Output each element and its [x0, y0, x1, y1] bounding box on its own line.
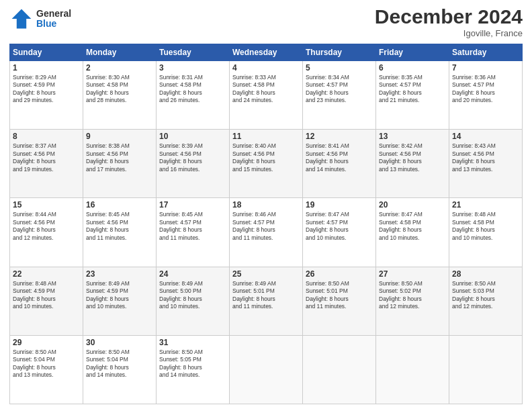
- day-header-friday: Friday: [376, 44, 449, 61]
- day-header-monday: Monday: [83, 44, 157, 61]
- calendar-cell: 3Sunrise: 8:31 AMSunset: 4:58 PMDaylight…: [157, 61, 230, 130]
- day-number: 16: [86, 200, 153, 210]
- cell-text: Sunrise: 8:44 AMSunset: 4:56 PMDaylight:…: [13, 211, 80, 242]
- calendar-cell: 5Sunrise: 8:34 AMSunset: 4:57 PMDaylight…: [303, 61, 376, 130]
- week-row-4: 22Sunrise: 8:48 AMSunset: 4:59 PMDayligh…: [10, 267, 523, 335]
- day-number: 22: [13, 269, 80, 279]
- day-number: 7: [452, 63, 519, 73]
- week-row-2: 8Sunrise: 8:37 AMSunset: 4:56 PMDaylight…: [10, 130, 523, 198]
- week-row-3: 15Sunrise: 8:44 AMSunset: 4:56 PMDayligh…: [10, 198, 523, 267]
- day-header-wednesday: Wednesday: [230, 44, 303, 61]
- cell-text: Sunrise: 8:29 AMSunset: 4:59 PMDaylight:…: [13, 74, 80, 105]
- day-header-saturday: Saturday: [449, 44, 523, 61]
- day-number: 23: [86, 269, 153, 279]
- cell-text: Sunrise: 8:49 AMSunset: 5:01 PMDaylight:…: [232, 280, 300, 311]
- day-number: 30: [86, 338, 153, 347]
- day-number: 6: [379, 63, 446, 73]
- cell-text: Sunrise: 8:50 AMSunset: 5:05 PMDaylight:…: [159, 349, 226, 379]
- day-number: 27: [379, 269, 446, 279]
- header-right: December 2024 Igoville, France: [375, 7, 523, 38]
- day-number: 1: [13, 63, 80, 73]
- calendar-cell: 30Sunrise: 8:50 AMSunset: 5:04 PMDayligh…: [83, 335, 157, 404]
- day-number: 28: [452, 269, 519, 279]
- calendar-cell: 25Sunrise: 8:49 AMSunset: 5:01 PMDayligh…: [230, 267, 303, 335]
- calendar-cell: 21Sunrise: 8:48 AMSunset: 4:58 PMDayligh…: [449, 198, 523, 267]
- calendar-cell: 10Sunrise: 8:39 AMSunset: 4:56 PMDayligh…: [157, 130, 230, 198]
- cell-text: Sunrise: 8:37 AMSunset: 4:56 PMDaylight:…: [13, 142, 80, 173]
- calendar-cell: 24Sunrise: 8:49 AMSunset: 5:00 PMDayligh…: [157, 267, 230, 335]
- calendar-cell: 9Sunrise: 8:38 AMSunset: 4:56 PMDaylight…: [83, 130, 157, 198]
- calendar-table: SundayMondayTuesdayWednesdayThursdayFrid…: [9, 44, 523, 404]
- day-number: 29: [13, 338, 80, 347]
- cell-text: Sunrise: 8:50 AMSunset: 5:04 PMDaylight:…: [86, 349, 153, 379]
- day-number: 26: [306, 269, 373, 279]
- calendar-cell: 2Sunrise: 8:30 AMSunset: 4:58 PMDaylight…: [83, 61, 157, 130]
- logo-general-text: General: [36, 9, 71, 19]
- calendar-cell: 27Sunrise: 8:50 AMSunset: 5:02 PMDayligh…: [376, 267, 449, 335]
- header: General Blue December 2024 Igoville, Fra…: [9, 7, 523, 38]
- calendar-cell: 1Sunrise: 8:29 AMSunset: 4:59 PMDaylight…: [10, 61, 83, 130]
- cell-text: Sunrise: 8:48 AMSunset: 4:59 PMDaylight:…: [13, 280, 80, 311]
- cell-text: Sunrise: 8:42 AMSunset: 4:56 PMDaylight:…: [379, 142, 446, 173]
- day-number: 21: [452, 200, 519, 210]
- cell-text: Sunrise: 8:35 AMSunset: 4:57 PMDaylight:…: [379, 74, 446, 105]
- calendar-cell: 31Sunrise: 8:50 AMSunset: 5:05 PMDayligh…: [157, 335, 230, 404]
- calendar-cell: [376, 335, 449, 404]
- month-title: December 2024: [375, 7, 523, 27]
- calendar-cell: 17Sunrise: 8:45 AMSunset: 4:57 PMDayligh…: [157, 198, 230, 267]
- day-number: 15: [13, 200, 80, 210]
- cell-text: Sunrise: 8:50 AMSunset: 5:01 PMDaylight:…: [306, 280, 373, 311]
- day-header-thursday: Thursday: [303, 44, 376, 61]
- page: General Blue December 2024 Igoville, Fra…: [0, 0, 532, 411]
- calendar-cell: 22Sunrise: 8:48 AMSunset: 4:59 PMDayligh…: [10, 267, 83, 335]
- cell-text: Sunrise: 8:30 AMSunset: 4:58 PMDaylight:…: [86, 74, 153, 105]
- cell-text: Sunrise: 8:40 AMSunset: 4:56 PMDaylight:…: [232, 142, 300, 173]
- cell-text: Sunrise: 8:45 AMSunset: 4:56 PMDaylight:…: [86, 211, 153, 242]
- calendar-cell: [230, 335, 303, 404]
- calendar-cell: 14Sunrise: 8:43 AMSunset: 4:56 PMDayligh…: [449, 130, 523, 198]
- day-number: 4: [232, 63, 300, 73]
- day-number: 2: [86, 63, 153, 73]
- calendar-cell: 13Sunrise: 8:42 AMSunset: 4:56 PMDayligh…: [376, 130, 449, 198]
- day-number: 19: [306, 200, 373, 210]
- logo: General Blue: [9, 7, 71, 31]
- day-number: 9: [86, 132, 153, 141]
- cell-text: Sunrise: 8:47 AMSunset: 4:58 PMDaylight:…: [379, 211, 446, 242]
- cell-text: Sunrise: 8:31 AMSunset: 4:58 PMDaylight:…: [159, 74, 226, 105]
- day-number: 3: [159, 63, 226, 73]
- calendar-cell: 6Sunrise: 8:35 AMSunset: 4:57 PMDaylight…: [376, 61, 449, 130]
- calendar-cell: 26Sunrise: 8:50 AMSunset: 5:01 PMDayligh…: [303, 267, 376, 335]
- cell-text: Sunrise: 8:36 AMSunset: 4:57 PMDaylight:…: [452, 74, 519, 105]
- day-header-tuesday: Tuesday: [157, 44, 230, 61]
- cell-text: Sunrise: 8:33 AMSunset: 4:58 PMDaylight:…: [232, 74, 300, 105]
- logo-icon: [9, 7, 34, 31]
- cell-text: Sunrise: 8:43 AMSunset: 4:56 PMDaylight:…: [452, 142, 519, 173]
- calendar-cell: 16Sunrise: 8:45 AMSunset: 4:56 PMDayligh…: [83, 198, 157, 267]
- cell-text: Sunrise: 8:49 AMSunset: 5:00 PMDaylight:…: [159, 280, 226, 311]
- calendar-cell: 28Sunrise: 8:50 AMSunset: 5:03 PMDayligh…: [449, 267, 523, 335]
- day-number: 20: [379, 200, 446, 210]
- calendar-cell: 8Sunrise: 8:37 AMSunset: 4:56 PMDaylight…: [10, 130, 83, 198]
- cell-text: Sunrise: 8:45 AMSunset: 4:57 PMDaylight:…: [159, 211, 226, 242]
- day-number: 31: [159, 338, 226, 347]
- day-number: 24: [159, 269, 226, 279]
- cell-text: Sunrise: 8:34 AMSunset: 4:57 PMDaylight:…: [306, 74, 373, 105]
- calendar-cell: 20Sunrise: 8:47 AMSunset: 4:58 PMDayligh…: [376, 198, 449, 267]
- day-number: 25: [232, 269, 300, 279]
- day-number: 12: [306, 132, 373, 141]
- calendar-cell: 12Sunrise: 8:41 AMSunset: 4:56 PMDayligh…: [303, 130, 376, 198]
- logo-words: General Blue: [36, 9, 71, 30]
- svg-marker-0: [12, 9, 32, 29]
- cell-text: Sunrise: 8:47 AMSunset: 4:57 PMDaylight:…: [306, 211, 373, 242]
- logo-blue-text: Blue: [36, 19, 71, 29]
- calendar-cell: 18Sunrise: 8:46 AMSunset: 4:57 PMDayligh…: [230, 198, 303, 267]
- calendar-cell: 7Sunrise: 8:36 AMSunset: 4:57 PMDaylight…: [449, 61, 523, 130]
- location: Igoville, France: [375, 28, 523, 38]
- cell-text: Sunrise: 8:48 AMSunset: 4:58 PMDaylight:…: [452, 211, 519, 242]
- calendar-cell: 23Sunrise: 8:49 AMSunset: 4:59 PMDayligh…: [83, 267, 157, 335]
- header-row: SundayMondayTuesdayWednesdayThursdayFrid…: [10, 44, 523, 61]
- day-number: 8: [13, 132, 80, 141]
- calendar-cell: 19Sunrise: 8:47 AMSunset: 4:57 PMDayligh…: [303, 198, 376, 267]
- cell-text: Sunrise: 8:50 AMSunset: 5:02 PMDaylight:…: [379, 280, 446, 311]
- day-header-sunday: Sunday: [10, 44, 83, 61]
